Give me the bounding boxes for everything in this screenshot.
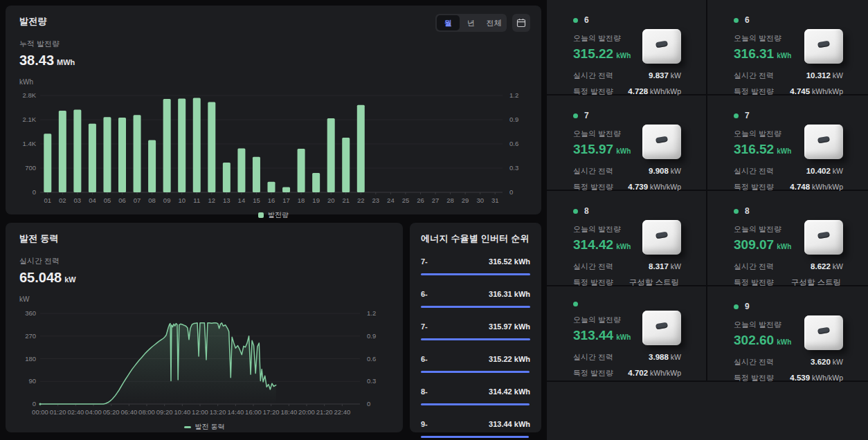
svg-text:17:20: 17:20: [263, 408, 280, 416]
today-generation-label: 오늘의 발전량: [734, 129, 791, 139]
rank-item[interactable]: 6-316.31 kWh: [421, 290, 530, 308]
rank-item[interactable]: 6-315.22 kWh: [421, 355, 530, 373]
svg-text:17: 17: [282, 196, 290, 204]
svg-text:180: 180: [25, 355, 36, 363]
bar-legend-label: 발전량: [268, 210, 289, 220]
specific-yield-label: 특정 발전량: [734, 373, 774, 383]
inverter-card[interactable]: 6 오늘의 발전량 315.22kWh 실시간 전력9.837kW 특정 발전량…: [547, 0, 707, 95]
inverter-image-icon: [642, 29, 681, 64]
inverter-card[interactable]: 9 오늘의 발전량 302.60kWh 실시간 전력3.620kW 특정 발전량…: [707, 286, 868, 382]
inverter-card[interactable]: 8 오늘의 발전량 314.42kWh 실시간 전력8.317kW 특정 발전량…: [547, 191, 707, 286]
realtime-power-value: 8.317kW: [649, 262, 681, 271]
realtime-power-value: 10.312kW: [806, 71, 843, 80]
inverter-grid: 6 오늘의 발전량 315.22kWh 실시간 전력9.837kW 특정 발전량…: [547, 0, 868, 440]
today-generation-label: 오늘의 발전량: [573, 315, 631, 325]
cumulative-value-unit: MWh: [57, 58, 75, 66]
realtime-power-value: 10.402kW: [806, 167, 843, 175]
svg-text:02:40: 02:40: [67, 408, 84, 416]
realtime-power-value: 8.622kW: [811, 262, 843, 271]
svg-text:24: 24: [387, 196, 395, 204]
svg-text:0.3: 0.3: [509, 164, 518, 172]
svg-text:26: 26: [417, 196, 424, 204]
rank-name: 7-: [421, 322, 428, 331]
svg-text:0: 0: [367, 400, 370, 407]
svg-text:14:40: 14:40: [227, 408, 244, 416]
rank-progress-bar: [421, 306, 530, 308]
today-generation-label: 오늘의 발전량: [734, 33, 791, 44]
specific-yield-value: 4.539kWh/kWp: [790, 374, 843, 382]
svg-text:09: 09: [163, 196, 171, 204]
inverter-card[interactable]: 8 오늘의 발전량 309.07kWh 실시간 전력8.622kW 특정 발전량…: [707, 191, 868, 286]
calendar-icon[interactable]: [512, 14, 530, 32]
inverter-card[interactable]: 오늘의 발전량 313.44kWh 실시간 전력3.988kW 특정 발전량4.…: [547, 286, 707, 382]
inverter-card[interactable]: 6 오늘의 발전량 316.31kWh 실시간 전력10.312kW 특정 발전…: [707, 0, 868, 95]
svg-text:08: 08: [148, 196, 156, 204]
rank-item[interactable]: 7-315.97 kWh: [421, 322, 530, 340]
svg-text:01:20: 01:20: [50, 408, 66, 416]
svg-text:27: 27: [432, 196, 440, 204]
tab-month[interactable]: 월: [437, 15, 460, 30]
rank-item[interactable]: 8-314.42 kWh: [421, 387, 530, 405]
svg-text:10: 10: [178, 196, 186, 204]
svg-text:09:20: 09:20: [156, 408, 173, 416]
rank-item[interactable]: 9-313.44 kWh: [421, 420, 530, 438]
svg-text:05:20: 05:20: [103, 408, 120, 416]
inverter-card[interactable]: 7 오늘의 발전량 316.52kWh 실시간 전력10.402kW 특정 발전…: [707, 95, 868, 191]
svg-text:1.2: 1.2: [367, 309, 376, 317]
specific-yield-label: 특정 발전량: [573, 368, 613, 378]
tab-year[interactable]: 년: [460, 15, 482, 30]
svg-text:15: 15: [253, 196, 260, 204]
today-generation-value: 316.31kWh: [734, 46, 791, 62]
specific-yield-value: 4.728kWh/kWp: [628, 87, 681, 95]
ranking-list: 7-316.52 kWh 6-316.31 kWh 7-315.97 kWh 6…: [421, 257, 530, 438]
svg-text:05: 05: [104, 196, 111, 204]
svg-text:07: 07: [134, 196, 141, 204]
svg-text:0.9: 0.9: [367, 332, 376, 340]
bar-chart-axis-unit: kWh: [19, 78, 527, 86]
specific-yield-value: 4.745kWh/kWp: [790, 87, 843, 95]
tab-all[interactable]: 전체: [482, 15, 505, 30]
realtime-power-label: 실시간 전력: [734, 166, 774, 176]
period-tabs: 월 년 전체: [435, 14, 507, 32]
today-generation-label: 오늘의 발전량: [734, 224, 791, 235]
rank-name: 6-: [421, 290, 428, 298]
svg-text:12: 12: [208, 196, 216, 204]
inverter-image-icon: [642, 311, 681, 345]
svg-text:04: 04: [89, 196, 96, 204]
svg-text:06:40: 06:40: [120, 408, 137, 416]
rank-item[interactable]: 7-316.52 kWh: [421, 257, 530, 275]
inverter-name: 8: [584, 206, 589, 216]
rank-value: 315.97 kWh: [489, 322, 530, 331]
power-card: 발전 동력 실시간 전력 65.048kW kW 00900.31800.627…: [6, 223, 403, 432]
svg-text:0.9: 0.9: [509, 116, 518, 123]
svg-text:2.8K: 2.8K: [22, 91, 36, 99]
svg-text:0: 0: [33, 400, 36, 407]
svg-text:22: 22: [357, 196, 365, 204]
svg-text:13:20: 13:20: [210, 408, 226, 416]
svg-text:1.2: 1.2: [509, 91, 518, 99]
svg-text:06: 06: [118, 196, 126, 204]
realtime-power-label: 실시간 전력: [573, 71, 613, 81]
rank-value: 314.42 kWh: [489, 387, 530, 396]
realtime-power-label: 실시간 전력: [734, 262, 774, 272]
status-dot-icon: [573, 209, 578, 214]
svg-text:04:00: 04:00: [85, 408, 102, 416]
svg-text:11: 11: [193, 196, 200, 204]
svg-text:16: 16: [268, 196, 275, 204]
realtime-power-label: 실시간 전력: [19, 256, 389, 266]
svg-text:14: 14: [238, 196, 246, 204]
inverter-name: 6: [745, 15, 750, 25]
realtime-power-value: 9.908kW: [649, 167, 681, 175]
svg-text:16:00: 16:00: [245, 408, 262, 416]
inverter-card[interactable]: 7 오늘의 발전량 315.97kWh 실시간 전력9.908kW 특정 발전량…: [547, 95, 707, 191]
today-generation-value: 315.22kWh: [573, 46, 631, 62]
line-chart-axis-unit: kW: [19, 295, 389, 303]
inverter-ranking-card: 에너지 수율별 인버터 순위 7-316.52 kWh 6-316.31 kWh…: [410, 223, 541, 432]
cumulative-value-number: 38.43: [19, 53, 54, 68]
inverter-image-icon: [804, 220, 843, 255]
svg-text:700: 700: [25, 164, 36, 172]
svg-text:270: 270: [25, 332, 36, 340]
svg-text:19: 19: [312, 196, 320, 204]
today-generation-label: 오늘의 발전량: [573, 129, 631, 139]
svg-text:25: 25: [402, 196, 410, 204]
